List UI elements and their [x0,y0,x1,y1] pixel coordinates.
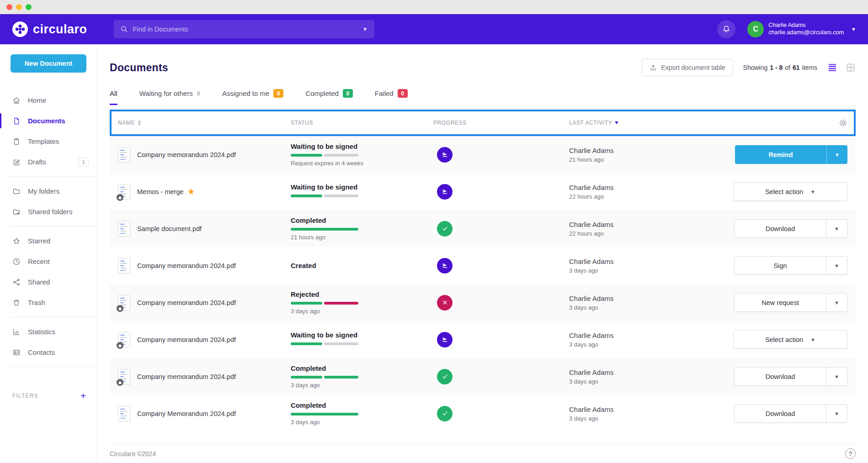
last-activity-time: 3 days ago [569,415,733,422]
table-header: NAME STATUS PROGRESS LAST ACTIVITY [110,110,856,136]
progress-bar [291,342,358,345]
notifications-button[interactable] [717,20,735,38]
close-window-button[interactable] [6,4,12,10]
sidebar-item-trash[interactable]: Trash [0,292,97,313]
table-row: Company Memorandum 2024.pdfCompleted3 da… [110,395,856,432]
tab-badge: 0 [398,89,408,98]
search-input[interactable] [133,26,358,33]
sidebar-item-shared-folders[interactable]: Shared folders [0,201,97,222]
document-name[interactable]: Company memorandum 2024.pdf [137,336,236,343]
check-status-icon[interactable] [437,221,453,237]
drafts-icon [12,158,21,166]
action-dropdown-caret[interactable]: ▼ [826,405,847,422]
sidebar-item-shared[interactable]: Shared [0,272,97,292]
brand-logo[interactable]: circularo [12,21,87,37]
progress-bar [291,302,358,305]
download-button[interactable]: Download [735,368,826,385]
sidebar-item-label: Documents [28,117,65,125]
sidebar-item-home[interactable]: Home [0,90,97,110]
global-search[interactable]: ▼ [114,20,374,38]
signature-status-icon[interactable] [437,332,453,347]
column-header-name[interactable]: NAME [118,120,291,126]
template-icon [12,137,21,146]
sidebar-item-my-folders[interactable]: My folders [0,181,97,201]
help-button[interactable]: ? [845,448,856,459]
user-menu[interactable]: C Charlie Adams charlie.adams@circularo.… [747,21,856,37]
last-activity-time: 3 days ago [569,304,733,311]
document-name[interactable]: Company memorandum 2024.pdf [137,262,236,269]
status-label: Completed [291,401,433,409]
select-action-button-group: Select action▼ [733,330,847,349]
tab-waiting-for-others[interactable]: Waiting for others 8 [139,89,200,105]
document-name[interactable]: Sample document.pdf [137,225,202,232]
sort-icon[interactable] [138,120,141,126]
status-subtext: 3 days ago [291,419,433,426]
user-menu-caret-icon: ▼ [851,26,856,32]
action-dropdown-caret[interactable]: ▼ [826,368,847,385]
sidebar-item-label: Starred [28,237,50,245]
add-filter-button[interactable]: + [80,391,86,400]
sidebar-item-drafts[interactable]: Drafts1 [0,152,97,172]
sidebar-item-recent[interactable]: Recent [0,251,97,272]
tab-failed[interactable]: Failed 0 [375,89,408,105]
check-status-icon[interactable] [437,369,453,384]
last-activity-time: 3 days ago [569,378,733,385]
table-row: Sample document.pdfCompleted21 hours ago… [110,210,856,247]
status-label: Waiting to be signed [291,331,433,339]
cross-status-icon[interactable] [437,295,453,310]
grid-view-icon[interactable] [846,63,856,73]
filters-section: FILTERS + [0,391,97,400]
column-header-progress[interactable]: PROGRESS [433,120,569,126]
sidebar-item-statistics[interactable]: Statistics [0,321,97,342]
document-file-icon [118,295,130,310]
document-name[interactable]: Company Memorandum 2024.pdf [137,410,236,417]
search-scope-caret-icon[interactable]: ▼ [358,26,368,32]
sort-desc-icon[interactable] [615,121,618,124]
document-name[interactable]: Company memorandum 2024.pdf [137,151,236,158]
new-request-button[interactable]: New request [735,294,826,311]
tab-completed[interactable]: Completed 0 [305,89,353,105]
check-status-icon[interactable] [437,406,453,421]
action-dropdown-caret[interactable]: ▼ [826,145,847,164]
select-action-button[interactable]: Select action▼ [734,183,847,200]
remind-button[interactable]: Remind [735,145,826,164]
document-name[interactable]: Company memorandum 2024.pdf [137,299,236,306]
last-activity-time: 22 hours ago [569,230,733,237]
export-document-table-button[interactable]: Export document table [642,59,733,76]
sidebar-item-templates[interactable]: Templates [0,131,97,152]
select-action-button-group: Select action▼ [733,182,847,201]
progress-bar [291,228,358,231]
select-action-button[interactable]: Select action▼ [734,331,847,348]
document-name[interactable]: Memos - merge [137,188,184,195]
sidebar-item-documents[interactable]: Documents [0,110,97,131]
sidebar-item-contacts[interactable]: Contacts [0,342,97,363]
download-button[interactable]: Download [735,220,826,237]
download-button[interactable]: Download [735,405,826,422]
tab-all[interactable]: All [110,89,117,105]
document-rows: Company memorandum 2024.pdfWaiting to be… [110,136,856,432]
action-dropdown-caret[interactable]: ▼ [826,294,847,311]
column-header-last-activity[interactable]: LAST ACTIVITY [569,120,839,126]
column-header-status[interactable]: STATUS [291,120,433,126]
user-name: Charlie Adams [768,22,844,29]
signature-status-icon[interactable] [437,258,453,274]
avatar: C [747,21,764,37]
minimize-window-button[interactable] [16,4,22,10]
tab-assigned-to-me[interactable]: Assigned to me 0 [222,89,283,105]
document-name[interactable]: Company memorandum 2024.pdf [137,373,236,380]
list-view-icon[interactable] [827,63,837,73]
table-row: Company memorandum 2024.pdfCompleted3 da… [110,358,856,395]
signature-status-icon[interactable] [437,184,453,200]
document-file-icon [118,332,130,347]
page-title: Documents [110,62,168,74]
action-dropdown-caret[interactable]: ▼ [826,220,847,237]
signature-status-icon[interactable] [437,147,453,163]
table-settings-button[interactable] [839,119,847,127]
action-dropdown-caret[interactable]: ▼ [826,257,847,274]
main-content: Documents Export document table Showing1… [97,44,868,463]
sign-button[interactable]: Sign [735,257,826,274]
new-document-button[interactable]: New Document [11,54,86,73]
star-icon[interactable]: ★ [187,186,195,197]
zoom-window-button[interactable] [26,4,32,10]
sidebar-item-starred[interactable]: Starred [0,231,97,251]
